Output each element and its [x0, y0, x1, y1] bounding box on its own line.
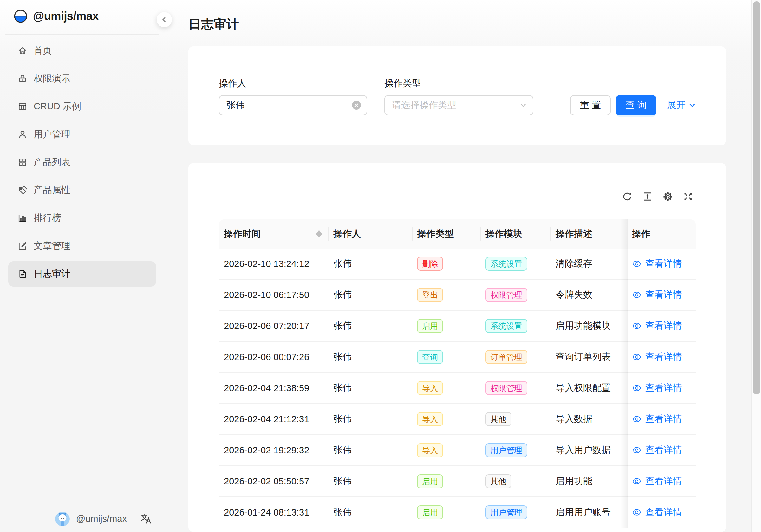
cell-time: 2026-01-24 08:13:31 — [219, 497, 328, 528]
cell-desc: 导入权限配置 — [551, 373, 627, 403]
sidebar-item-home[interactable]: 首页 — [8, 38, 156, 63]
appstore-icon — [18, 157, 27, 167]
table-card: 操作时间操作人操作类型操作模块操作描述操作2026-02-10 13:24:12… — [188, 163, 726, 532]
tag-cyan: 系统设置 — [486, 319, 527, 333]
cell-action: 查看详情 — [627, 466, 696, 497]
cell-module: 用户管理 — [480, 497, 551, 528]
eye-icon — [632, 290, 641, 300]
sidebar-item-articles[interactable]: 文章管理 — [8, 233, 156, 259]
cell-desc: 启用用户账号 — [551, 497, 627, 528]
translate-icon[interactable] — [140, 513, 151, 524]
sidebar: @umijs/max 首页权限演示CRUD 示例用户管理产品列表产品属性排行榜文… — [0, 0, 164, 532]
eye-icon — [632, 259, 641, 268]
operator-input[interactable]: 张伟 — [219, 95, 367, 115]
sider-collapse-button[interactable] — [157, 12, 172, 27]
app: @umijs/max 首页权限演示CRUD 示例用户管理产品列表产品属性排行榜文… — [0, 0, 761, 532]
filter-field-type: 操作类型 请选择操作类型 — [384, 76, 533, 115]
fullscreen-icon[interactable] — [683, 192, 693, 202]
cell-module: 系统设置 — [480, 311, 551, 341]
sidebar-item-ranking[interactable]: 排行榜 — [8, 206, 156, 231]
cell-desc: 查询订单列表 — [551, 342, 627, 372]
sidebar-item-permission[interactable]: 权限演示 — [8, 66, 156, 91]
cell-time: 2026-02-02 19:29:32 — [219, 435, 328, 465]
cell-module: 系统设置 — [480, 249, 551, 279]
sidebar-menu: 首页权限演示CRUD 示例用户管理产品列表产品属性排行榜文章管理日志审计 — [8, 38, 156, 289]
view-detail-link[interactable]: 查看详情 — [632, 351, 682, 363]
cell-type: 启用 — [412, 311, 480, 341]
cell-user: 张伟 — [328, 466, 412, 497]
column-height-icon[interactable] — [642, 192, 653, 202]
view-detail-link[interactable]: 查看详情 — [632, 258, 682, 270]
cell-action: 查看详情 — [627, 311, 696, 341]
cell-action: 查看详情 — [627, 249, 696, 279]
sidebar-item-crud[interactable]: CRUD 示例 — [8, 94, 156, 119]
view-detail-link[interactable]: 查看详情 — [632, 413, 682, 426]
view-detail-link[interactable]: 查看详情 — [632, 288, 682, 301]
cell-action: 查看详情 — [627, 435, 696, 465]
expand-label: 展开 — [667, 99, 685, 112]
chevron-down-icon — [689, 102, 696, 109]
view-detail-label: 查看详情 — [645, 506, 682, 519]
sidebar-item-attributes[interactable]: 产品属性 — [8, 178, 156, 203]
cell-type: 导入 — [412, 435, 480, 465]
cell-user: 张伟 — [328, 342, 412, 372]
operator-input-value: 张伟 — [226, 99, 245, 112]
cell-action: 查看详情 — [627, 342, 696, 372]
sorter-icon[interactable] — [316, 230, 322, 238]
cell-desc: 清除缓存 — [551, 249, 627, 279]
cell-type: 启用 — [412, 466, 480, 497]
tag-magenta: 权限管理 — [486, 381, 527, 395]
eye-icon — [632, 507, 641, 517]
view-detail-link[interactable]: 查看详情 — [632, 320, 682, 332]
sidebar-item-label: 产品属性 — [33, 184, 70, 197]
tag-red: 删除 — [417, 257, 443, 271]
page-title: 日志审计 — [188, 15, 239, 33]
view-detail-link[interactable]: 查看详情 — [632, 475, 682, 488]
query-button[interactable]: 查 询 — [616, 95, 656, 115]
cell-time: 2026-02-06 00:07:26 — [219, 342, 328, 372]
cell-user: 张伟 — [328, 497, 412, 528]
scrollbar-thumb[interactable] — [753, 1, 760, 394]
clear-icon[interactable] — [352, 101, 361, 110]
type-select[interactable]: 请选择操作类型 — [384, 95, 533, 115]
sidebar-item-label: 权限演示 — [33, 72, 70, 85]
cell-desc: 启用功能 — [551, 466, 627, 497]
tag-cyan: 系统设置 — [486, 257, 527, 271]
sidebar-item-products[interactable]: 产品列表 — [8, 149, 156, 175]
logo[interactable]: @umijs/max — [14, 10, 99, 23]
cell-desc: 令牌失效 — [551, 280, 627, 310]
cell-module: 其他 — [480, 466, 551, 497]
reload-icon[interactable] — [622, 192, 632, 202]
reset-button[interactable]: 重 置 — [570, 95, 611, 115]
cell-user: 张伟 — [328, 280, 412, 310]
view-detail-link[interactable]: 查看详情 — [632, 506, 682, 519]
tag-gold: 导入 — [417, 443, 443, 457]
eye-icon — [632, 352, 641, 362]
sidebar-item-label: 排行榜 — [33, 212, 61, 224]
column-header-0[interactable]: 操作时间 — [219, 219, 328, 249]
column-header-3: 操作模块 — [480, 219, 551, 249]
tag-green: 启用 — [417, 319, 443, 333]
log-table: 操作时间操作人操作类型操作模块操作描述操作2026-02-10 13:24:12… — [219, 219, 696, 528]
tag-default: 其他 — [486, 474, 511, 488]
cell-time: 2026-02-06 07:20:17 — [219, 311, 328, 341]
expand-link[interactable]: 展开 — [667, 99, 696, 112]
query-filter-card: 操作人 张伟 操作类型 请选择操作类型 重 置 查 询 展开 — [188, 46, 726, 145]
avatar[interactable] — [55, 512, 70, 526]
cell-module: 用户管理 — [480, 435, 551, 465]
view-detail-label: 查看详情 — [645, 444, 682, 456]
sidebar-item-users[interactable]: 用户管理 — [8, 122, 156, 147]
settings-icon[interactable] — [663, 192, 673, 202]
filter-actions: 重 置 查 询 展开 — [570, 95, 696, 115]
view-detail-link[interactable]: 查看详情 — [632, 444, 682, 456]
footer-user-name[interactable]: @umijs/max — [76, 514, 127, 524]
tag-blue: 用户管理 — [486, 505, 527, 519]
column-header-2: 操作类型 — [412, 219, 480, 249]
tag-green: 启用 — [417, 474, 443, 488]
eye-icon — [632, 477, 641, 486]
view-detail-link[interactable]: 查看详情 — [632, 382, 682, 394]
field-label: 操作人 — [219, 76, 367, 90]
edit-icon — [18, 241, 27, 251]
sidebar-item-logs[interactable]: 日志审计 — [8, 261, 156, 287]
cell-module: 权限管理 — [480, 373, 551, 403]
